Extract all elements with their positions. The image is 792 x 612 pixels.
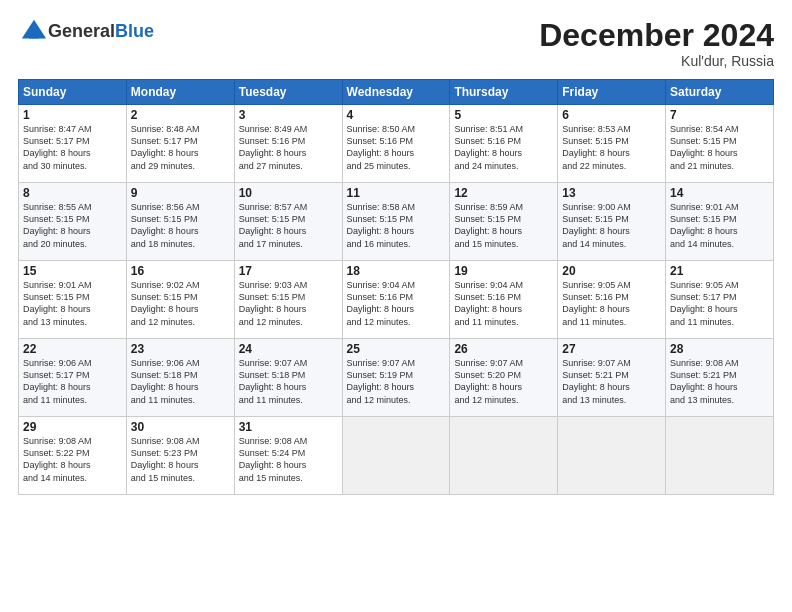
day-number: 2 (131, 108, 230, 122)
calendar-cell: 29Sunrise: 9:08 AMSunset: 5:22 PMDayligh… (19, 417, 127, 495)
logo-blue: Blue (115, 21, 154, 41)
calendar-week-4: 22Sunrise: 9:06 AMSunset: 5:17 PMDayligh… (19, 339, 774, 417)
cell-info: Sunrise: 9:07 AMSunset: 5:18 PMDaylight:… (239, 357, 338, 406)
calendar-week-1: 1Sunrise: 8:47 AMSunset: 5:17 PMDaylight… (19, 105, 774, 183)
day-number: 31 (239, 420, 338, 434)
calendar-cell: 21Sunrise: 9:05 AMSunset: 5:17 PMDayligh… (666, 261, 774, 339)
cell-info: Sunrise: 8:47 AMSunset: 5:17 PMDaylight:… (23, 123, 122, 172)
cell-info: Sunrise: 8:50 AMSunset: 5:16 PMDaylight:… (347, 123, 446, 172)
cell-info: Sunrise: 8:59 AMSunset: 5:15 PMDaylight:… (454, 201, 553, 250)
calendar-cell: 18Sunrise: 9:04 AMSunset: 5:16 PMDayligh… (342, 261, 450, 339)
location: Kul'dur, Russia (539, 53, 774, 69)
page: GeneralBlue December 2024 Kul'dur, Russi… (0, 0, 792, 612)
svg-rect-1 (29, 33, 38, 39)
calendar-cell: 5Sunrise: 8:51 AMSunset: 5:16 PMDaylight… (450, 105, 558, 183)
calendar-cell (666, 417, 774, 495)
calendar-cell: 27Sunrise: 9:07 AMSunset: 5:21 PMDayligh… (558, 339, 666, 417)
calendar-cell: 15Sunrise: 9:01 AMSunset: 5:15 PMDayligh… (19, 261, 127, 339)
calendar-cell: 19Sunrise: 9:04 AMSunset: 5:16 PMDayligh… (450, 261, 558, 339)
cell-info: Sunrise: 8:55 AMSunset: 5:15 PMDaylight:… (23, 201, 122, 250)
day-number: 26 (454, 342, 553, 356)
cell-info: Sunrise: 9:08 AMSunset: 5:23 PMDaylight:… (131, 435, 230, 484)
calendar-table: SundayMondayTuesdayWednesdayThursdayFrid… (18, 79, 774, 495)
calendar-cell: 16Sunrise: 9:02 AMSunset: 5:15 PMDayligh… (126, 261, 234, 339)
calendar-cell: 30Sunrise: 9:08 AMSunset: 5:23 PMDayligh… (126, 417, 234, 495)
calendar-cell: 31Sunrise: 9:08 AMSunset: 5:24 PMDayligh… (234, 417, 342, 495)
day-number: 1 (23, 108, 122, 122)
cell-info: Sunrise: 8:54 AMSunset: 5:15 PMDaylight:… (670, 123, 769, 172)
calendar-cell (450, 417, 558, 495)
day-number: 17 (239, 264, 338, 278)
day-number: 28 (670, 342, 769, 356)
cell-info: Sunrise: 9:06 AMSunset: 5:18 PMDaylight:… (131, 357, 230, 406)
day-number: 5 (454, 108, 553, 122)
day-number: 23 (131, 342, 230, 356)
day-number: 8 (23, 186, 122, 200)
calendar-cell: 9Sunrise: 8:56 AMSunset: 5:15 PMDaylight… (126, 183, 234, 261)
cell-info: Sunrise: 9:03 AMSunset: 5:15 PMDaylight:… (239, 279, 338, 328)
cell-info: Sunrise: 9:08 AMSunset: 5:22 PMDaylight:… (23, 435, 122, 484)
calendar-cell: 12Sunrise: 8:59 AMSunset: 5:15 PMDayligh… (450, 183, 558, 261)
cell-info: Sunrise: 9:07 AMSunset: 5:21 PMDaylight:… (562, 357, 661, 406)
day-number: 27 (562, 342, 661, 356)
cell-info: Sunrise: 8:49 AMSunset: 5:16 PMDaylight:… (239, 123, 338, 172)
title-block: December 2024 Kul'dur, Russia (539, 18, 774, 69)
cell-info: Sunrise: 8:56 AMSunset: 5:15 PMDaylight:… (131, 201, 230, 250)
calendar-cell: 2Sunrise: 8:48 AMSunset: 5:17 PMDaylight… (126, 105, 234, 183)
day-number: 21 (670, 264, 769, 278)
day-number: 19 (454, 264, 553, 278)
day-number: 11 (347, 186, 446, 200)
calendar-cell: 22Sunrise: 9:06 AMSunset: 5:17 PMDayligh… (19, 339, 127, 417)
cell-info: Sunrise: 9:01 AMSunset: 5:15 PMDaylight:… (670, 201, 769, 250)
day-number: 3 (239, 108, 338, 122)
calendar-cell: 14Sunrise: 9:01 AMSunset: 5:15 PMDayligh… (666, 183, 774, 261)
day-number: 20 (562, 264, 661, 278)
cell-info: Sunrise: 9:04 AMSunset: 5:16 PMDaylight:… (347, 279, 446, 328)
weekday-header-friday: Friday (558, 80, 666, 105)
cell-info: Sunrise: 9:07 AMSunset: 5:19 PMDaylight:… (347, 357, 446, 406)
calendar-cell: 7Sunrise: 8:54 AMSunset: 5:15 PMDaylight… (666, 105, 774, 183)
calendar-cell: 6Sunrise: 8:53 AMSunset: 5:15 PMDaylight… (558, 105, 666, 183)
calendar-week-5: 29Sunrise: 9:08 AMSunset: 5:22 PMDayligh… (19, 417, 774, 495)
cell-info: Sunrise: 9:08 AMSunset: 5:21 PMDaylight:… (670, 357, 769, 406)
day-number: 4 (347, 108, 446, 122)
day-number: 14 (670, 186, 769, 200)
calendar-cell: 20Sunrise: 9:05 AMSunset: 5:16 PMDayligh… (558, 261, 666, 339)
calendar-cell: 17Sunrise: 9:03 AMSunset: 5:15 PMDayligh… (234, 261, 342, 339)
cell-info: Sunrise: 8:57 AMSunset: 5:15 PMDaylight:… (239, 201, 338, 250)
cell-info: Sunrise: 9:02 AMSunset: 5:15 PMDaylight:… (131, 279, 230, 328)
weekday-header-wednesday: Wednesday (342, 80, 450, 105)
cell-info: Sunrise: 9:05 AMSunset: 5:17 PMDaylight:… (670, 279, 769, 328)
weekday-header-monday: Monday (126, 80, 234, 105)
cell-info: Sunrise: 8:53 AMSunset: 5:15 PMDaylight:… (562, 123, 661, 172)
header: GeneralBlue December 2024 Kul'dur, Russi… (18, 18, 774, 69)
weekday-header-saturday: Saturday (666, 80, 774, 105)
calendar-week-3: 15Sunrise: 9:01 AMSunset: 5:15 PMDayligh… (19, 261, 774, 339)
day-number: 12 (454, 186, 553, 200)
cell-info: Sunrise: 9:01 AMSunset: 5:15 PMDaylight:… (23, 279, 122, 328)
day-number: 22 (23, 342, 122, 356)
cell-info: Sunrise: 8:58 AMSunset: 5:15 PMDaylight:… (347, 201, 446, 250)
calendar-week-2: 8Sunrise: 8:55 AMSunset: 5:15 PMDaylight… (19, 183, 774, 261)
cell-info: Sunrise: 9:04 AMSunset: 5:16 PMDaylight:… (454, 279, 553, 328)
logo: GeneralBlue (18, 18, 154, 46)
logo-general: General (48, 21, 115, 41)
cell-info: Sunrise: 9:00 AMSunset: 5:15 PMDaylight:… (562, 201, 661, 250)
calendar-cell: 3Sunrise: 8:49 AMSunset: 5:16 PMDaylight… (234, 105, 342, 183)
weekday-header-sunday: Sunday (19, 80, 127, 105)
day-number: 30 (131, 420, 230, 434)
logo-icon (20, 18, 48, 46)
day-number: 15 (23, 264, 122, 278)
calendar-cell: 1Sunrise: 8:47 AMSunset: 5:17 PMDaylight… (19, 105, 127, 183)
calendar-cell: 23Sunrise: 9:06 AMSunset: 5:18 PMDayligh… (126, 339, 234, 417)
cell-info: Sunrise: 9:05 AMSunset: 5:16 PMDaylight:… (562, 279, 661, 328)
calendar-cell: 10Sunrise: 8:57 AMSunset: 5:15 PMDayligh… (234, 183, 342, 261)
cell-info: Sunrise: 8:48 AMSunset: 5:17 PMDaylight:… (131, 123, 230, 172)
cell-info: Sunrise: 9:08 AMSunset: 5:24 PMDaylight:… (239, 435, 338, 484)
cell-info: Sunrise: 9:06 AMSunset: 5:17 PMDaylight:… (23, 357, 122, 406)
cell-info: Sunrise: 9:07 AMSunset: 5:20 PMDaylight:… (454, 357, 553, 406)
calendar-cell: 26Sunrise: 9:07 AMSunset: 5:20 PMDayligh… (450, 339, 558, 417)
day-number: 6 (562, 108, 661, 122)
day-number: 7 (670, 108, 769, 122)
calendar-cell: 11Sunrise: 8:58 AMSunset: 5:15 PMDayligh… (342, 183, 450, 261)
